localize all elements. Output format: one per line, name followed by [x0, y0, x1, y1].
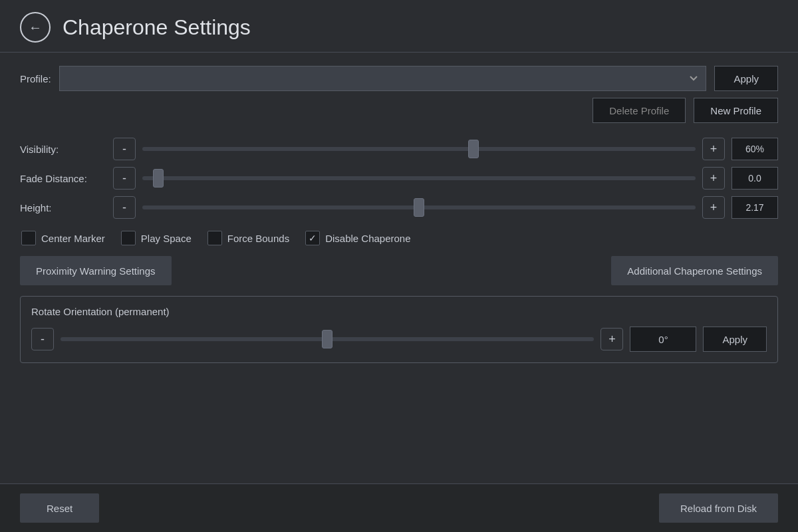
height-plus-button[interactable]: +	[702, 196, 725, 219]
fade-distance-plus-button[interactable]: +	[702, 167, 725, 190]
rotate-slider-container[interactable]	[61, 328, 594, 350]
visibility-label: Visibility:	[20, 144, 106, 155]
play-space-box	[121, 231, 136, 245]
fade-distance-minus-button[interactable]: -	[113, 167, 136, 190]
fade-distance-slider-container[interactable]	[142, 167, 696, 190]
rotate-slider[interactable]	[61, 337, 594, 341]
force-bounds-label: Force Bounds	[227, 233, 289, 244]
delete-profile-button[interactable]: Delete Profile	[593, 98, 686, 123]
disable-chaperone-label: Disable Chaperone	[325, 233, 410, 244]
play-space-label: Play Space	[141, 233, 192, 244]
additional-chaperone-button[interactable]: Additional Chaperone Settings	[611, 256, 778, 285]
rotate-plus-button[interactable]: +	[600, 328, 623, 350]
reset-button[interactable]: Reset	[20, 493, 99, 523]
check-icon: ✓	[309, 233, 317, 243]
disable-chaperone-checkbox[interactable]: ✓ Disable Chaperone	[305, 231, 410, 245]
height-minus-button[interactable]: -	[113, 196, 136, 219]
rotate-orientation-title: Rotate Orientation (permanent)	[31, 306, 767, 317]
profile-actions: Delete Profile New Profile	[20, 98, 778, 123]
height-row: Height: - + 2.17	[20, 196, 778, 219]
checkboxes-row: Center Marker Play Space Force Bounds ✓ …	[20, 231, 778, 245]
fade-distance-label: Fade Distance:	[20, 173, 106, 184]
center-marker-box	[21, 231, 36, 245]
height-label: Height:	[20, 202, 106, 213]
rotate-orientation-box: Rotate Orientation (permanent) - + 0° Ap…	[20, 296, 778, 363]
height-value: 2.17	[732, 196, 778, 219]
height-slider[interactable]	[142, 205, 696, 209]
profile-select[interactable]	[59, 66, 707, 91]
proximity-warning-button[interactable]: Proximity Warning Settings	[20, 256, 172, 285]
force-bounds-checkbox[interactable]: Force Bounds	[207, 231, 289, 245]
visibility-slider-container[interactable]	[142, 138, 696, 160]
back-button[interactable]: ←	[20, 12, 51, 43]
rotate-minus-button[interactable]: -	[31, 328, 54, 350]
footer: Reset Reload from Disk	[0, 483, 798, 532]
fade-distance-row: Fade Distance: - + 0.0	[20, 167, 778, 190]
visibility-minus-button[interactable]: -	[113, 138, 136, 160]
content: Profile: Apply Delete Profile New Profil…	[0, 53, 798, 483]
new-profile-button[interactable]: New Profile	[694, 98, 778, 123]
visibility-plus-button[interactable]: +	[702, 138, 725, 160]
page-title: Chaperone Settings	[63, 15, 251, 40]
center-marker-label: Center Marker	[41, 233, 105, 244]
profile-label: Profile:	[20, 73, 51, 84]
fade-distance-value: 0.0	[732, 167, 778, 190]
rotate-value: 0°	[630, 327, 696, 352]
apply-profile-button[interactable]: Apply	[714, 66, 778, 91]
height-slider-container[interactable]	[142, 196, 696, 219]
visibility-value: 60%	[732, 138, 778, 160]
rotate-controls: - + 0° Apply	[31, 327, 767, 352]
header: ← Chaperone Settings	[0, 0, 798, 53]
play-space-checkbox[interactable]: Play Space	[121, 231, 192, 245]
page: ← Chaperone Settings Profile: Apply Dele…	[0, 0, 798, 532]
force-bounds-box	[207, 231, 222, 245]
center-marker-checkbox[interactable]: Center Marker	[21, 231, 105, 245]
section-buttons-row: Proximity Warning Settings Additional Ch…	[20, 256, 778, 285]
visibility-row: Visibility: - + 60%	[20, 138, 778, 160]
profile-row: Profile: Apply	[20, 66, 778, 91]
disable-chaperone-box: ✓	[305, 231, 320, 245]
rotate-apply-button[interactable]: Apply	[703, 327, 767, 352]
reload-from-disk-button[interactable]: Reload from Disk	[659, 493, 778, 523]
sliders-section: Visibility: - + 60% Fade Distance: - + 0…	[20, 138, 778, 219]
fade-distance-slider[interactable]	[142, 176, 696, 180]
visibility-slider[interactable]	[142, 147, 696, 151]
